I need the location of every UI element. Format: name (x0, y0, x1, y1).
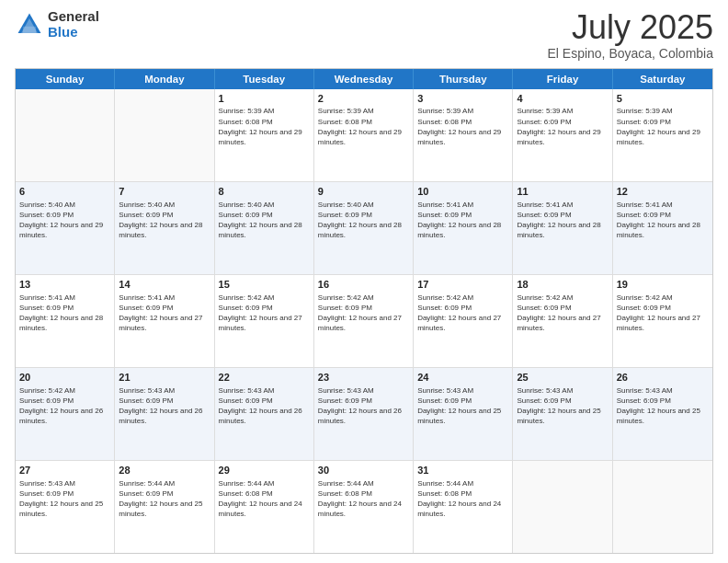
day-number: 2 (318, 92, 409, 106)
day-info: Sunrise: 5:42 AM Sunset: 6:09 PM Dayligh… (19, 385, 110, 427)
day-cell-7: 7Sunrise: 5:40 AM Sunset: 6:09 PM Daylig… (115, 182, 214, 274)
calendar-week-2: 6Sunrise: 5:40 AM Sunset: 6:09 PM Daylig… (16, 182, 712, 275)
header-day-saturday: Saturday (613, 69, 712, 89)
logo-blue: Blue (48, 24, 78, 40)
day-number: 21 (119, 371, 210, 385)
day-info: Sunrise: 5:42 AM Sunset: 6:09 PM Dayligh… (617, 293, 709, 334)
day-cell-24: 24Sunrise: 5:43 AM Sunset: 6:09 PM Dayli… (414, 368, 513, 460)
day-cell-31: 31Sunrise: 5:44 AM Sunset: 6:08 PM Dayli… (414, 461, 513, 553)
day-info: Sunrise: 5:41 AM Sunset: 6:09 PM Dayligh… (617, 200, 709, 241)
day-info: Sunrise: 5:39 AM Sunset: 6:09 PM Dayligh… (617, 106, 709, 147)
day-number: 27 (19, 464, 110, 477)
day-info: Sunrise: 5:43 AM Sunset: 6:09 PM Dayligh… (517, 385, 608, 427)
day-number: 9 (318, 185, 409, 199)
logo-text: General Blue (48, 9, 99, 40)
day-cell-27: 27Sunrise: 5:43 AM Sunset: 6:09 PM Dayli… (16, 461, 115, 553)
day-info: Sunrise: 5:43 AM Sunset: 6:09 PM Dayligh… (417, 385, 508, 427)
day-info: Sunrise: 5:39 AM Sunset: 6:08 PM Dayligh… (219, 106, 310, 147)
day-number: 26 (617, 371, 709, 385)
day-number: 25 (517, 371, 608, 385)
logo-icon (15, 10, 44, 40)
calendar-week-4: 20Sunrise: 5:42 AM Sunset: 6:09 PM Dayli… (16, 368, 712, 461)
day-cell-14: 14Sunrise: 5:41 AM Sunset: 6:09 PM Dayli… (115, 275, 214, 367)
day-cell-12: 12Sunrise: 5:41 AM Sunset: 6:09 PM Dayli… (613, 182, 712, 274)
day-cell-9: 9Sunrise: 5:40 AM Sunset: 6:09 PM Daylig… (314, 182, 414, 274)
day-number: 4 (517, 92, 608, 106)
day-cell-22: 22Sunrise: 5:43 AM Sunset: 6:09 PM Dayli… (215, 368, 314, 460)
day-info: Sunrise: 5:42 AM Sunset: 6:09 PM Dayligh… (417, 293, 508, 334)
day-info: Sunrise: 5:41 AM Sunset: 6:09 PM Dayligh… (417, 200, 508, 241)
day-info: Sunrise: 5:40 AM Sunset: 6:09 PM Dayligh… (318, 200, 409, 241)
title-block: July 2025 El Espino, Boyaca, Colombia (547, 9, 713, 61)
day-info: Sunrise: 5:40 AM Sunset: 6:09 PM Dayligh… (19, 200, 110, 241)
day-number: 11 (517, 185, 608, 199)
header-day-wednesday: Wednesday (314, 69, 414, 89)
subtitle: El Espino, Boyaca, Colombia (547, 46, 713, 61)
day-info: Sunrise: 5:41 AM Sunset: 6:09 PM Dayligh… (119, 293, 210, 334)
empty-cell (115, 89, 214, 181)
day-number: 28 (119, 464, 210, 477)
day-number: 31 (417, 464, 508, 477)
day-info: Sunrise: 5:43 AM Sunset: 6:09 PM Dayligh… (119, 385, 210, 427)
day-number: 7 (119, 185, 210, 199)
day-cell-15: 15Sunrise: 5:42 AM Sunset: 6:09 PM Dayli… (215, 275, 314, 367)
day-number: 3 (417, 92, 508, 106)
day-info: Sunrise: 5:43 AM Sunset: 6:09 PM Dayligh… (19, 478, 110, 520)
day-cell-2: 2Sunrise: 5:39 AM Sunset: 6:08 PM Daylig… (314, 89, 414, 181)
day-info: Sunrise: 5:40 AM Sunset: 6:09 PM Dayligh… (119, 200, 210, 241)
day-cell-20: 20Sunrise: 5:42 AM Sunset: 6:09 PM Dayli… (16, 368, 115, 460)
day-number: 5 (617, 92, 709, 106)
calendar-week-1: 1Sunrise: 5:39 AM Sunset: 6:08 PM Daylig… (16, 89, 712, 182)
day-cell-25: 25Sunrise: 5:43 AM Sunset: 6:09 PM Dayli… (513, 368, 612, 460)
day-number: 19 (617, 278, 709, 292)
day-number: 29 (219, 464, 310, 477)
day-info: Sunrise: 5:41 AM Sunset: 6:09 PM Dayligh… (19, 293, 110, 334)
day-cell-6: 6Sunrise: 5:40 AM Sunset: 6:09 PM Daylig… (16, 182, 115, 274)
calendar: SundayMondayTuesdayWednesdayThursdayFrid… (15, 68, 713, 554)
header: General Blue July 2025 El Espino, Boyaca… (15, 9, 713, 61)
day-cell-1: 1Sunrise: 5:39 AM Sunset: 6:08 PM Daylig… (215, 89, 314, 181)
calendar-header: SundayMondayTuesdayWednesdayThursdayFrid… (16, 69, 712, 89)
logo: General Blue (15, 9, 99, 40)
day-info: Sunrise: 5:44 AM Sunset: 6:08 PM Dayligh… (219, 478, 310, 520)
day-number: 30 (318, 464, 409, 477)
day-info: Sunrise: 5:39 AM Sunset: 6:08 PM Dayligh… (318, 106, 409, 147)
day-cell-23: 23Sunrise: 5:43 AM Sunset: 6:09 PM Dayli… (314, 368, 414, 460)
day-info: Sunrise: 5:44 AM Sunset: 6:08 PM Dayligh… (318, 478, 409, 520)
day-info: Sunrise: 5:42 AM Sunset: 6:09 PM Dayligh… (318, 293, 409, 334)
calendar-body: 1Sunrise: 5:39 AM Sunset: 6:08 PM Daylig… (16, 89, 712, 553)
day-cell-4: 4Sunrise: 5:39 AM Sunset: 6:09 PM Daylig… (513, 89, 612, 181)
day-cell-28: 28Sunrise: 5:44 AM Sunset: 6:09 PM Dayli… (115, 461, 214, 553)
day-number: 20 (19, 371, 110, 385)
day-number: 8 (219, 185, 310, 199)
header-day-sunday: Sunday (16, 69, 115, 89)
day-number: 17 (417, 278, 508, 292)
calendar-week-5: 27Sunrise: 5:43 AM Sunset: 6:09 PM Dayli… (16, 461, 712, 553)
empty-cell (16, 89, 115, 181)
day-cell-16: 16Sunrise: 5:42 AM Sunset: 6:09 PM Dayli… (314, 275, 414, 367)
day-info: Sunrise: 5:43 AM Sunset: 6:09 PM Dayligh… (219, 385, 310, 427)
day-info: Sunrise: 5:43 AM Sunset: 6:09 PM Dayligh… (617, 385, 709, 427)
day-cell-19: 19Sunrise: 5:42 AM Sunset: 6:09 PM Dayli… (613, 275, 712, 367)
header-day-thursday: Thursday (414, 69, 513, 89)
day-cell-10: 10Sunrise: 5:41 AM Sunset: 6:09 PM Dayli… (414, 182, 513, 274)
logo-general: General (48, 8, 99, 24)
day-number: 22 (219, 371, 310, 385)
page: General Blue July 2025 El Espino, Boyaca… (0, 0, 728, 563)
day-number: 12 (617, 185, 709, 199)
day-cell-11: 11Sunrise: 5:41 AM Sunset: 6:09 PM Dayli… (513, 182, 612, 274)
day-info: Sunrise: 5:40 AM Sunset: 6:09 PM Dayligh… (219, 200, 310, 241)
calendar-week-3: 13Sunrise: 5:41 AM Sunset: 6:09 PM Dayli… (16, 275, 712, 368)
day-number: 6 (19, 185, 110, 199)
empty-cell (613, 461, 712, 553)
day-number: 10 (417, 185, 508, 199)
day-cell-8: 8Sunrise: 5:40 AM Sunset: 6:09 PM Daylig… (215, 182, 314, 274)
day-cell-17: 17Sunrise: 5:42 AM Sunset: 6:09 PM Dayli… (414, 275, 513, 367)
day-info: Sunrise: 5:42 AM Sunset: 6:09 PM Dayligh… (219, 293, 310, 334)
day-cell-30: 30Sunrise: 5:44 AM Sunset: 6:08 PM Dayli… (314, 461, 414, 553)
day-number: 18 (517, 278, 608, 292)
header-day-tuesday: Tuesday (215, 69, 314, 89)
day-number: 23 (318, 371, 409, 385)
day-number: 16 (318, 278, 409, 292)
svg-rect-2 (23, 26, 36, 32)
